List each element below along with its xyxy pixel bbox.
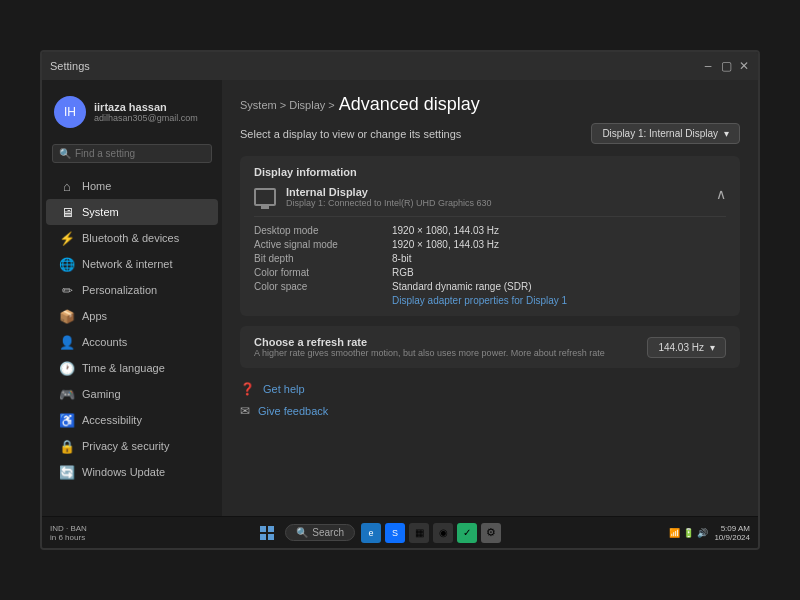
wifi-icon: 📶	[669, 528, 680, 538]
window-controls: – ▢ ✕	[702, 60, 750, 72]
field-val-2: 8-bit	[392, 253, 726, 264]
nav-item-time[interactable]: 🕐 Time & language	[46, 355, 218, 381]
windows-icon	[260, 526, 274, 540]
adapter-link-label	[254, 295, 384, 306]
link-help[interactable]: ❓ Get help	[240, 382, 740, 396]
nav-item-accounts[interactable]: 👤 Accounts	[46, 329, 218, 355]
locale-sub-label: in 6 hours	[50, 533, 87, 542]
adapter-link[interactable]: Display adapter properties for Display 1	[392, 295, 726, 306]
update-icon: 🔄	[60, 465, 74, 479]
minimize-button[interactable]: –	[702, 60, 714, 72]
taskbar-app-edge[interactable]: e	[361, 523, 381, 543]
clock: 5:09 AM 10/9/2024	[714, 524, 750, 542]
nav-item-apps[interactable]: 📦 Apps	[46, 303, 218, 329]
help-icon: ❓	[240, 382, 255, 396]
nav-item-network[interactable]: 🌐 Network & internet	[46, 251, 218, 277]
taskbar-search-icon: 🔍	[296, 527, 308, 538]
taskbar-app-2[interactable]: ◉	[433, 523, 453, 543]
network-icon: 🌐	[60, 257, 74, 271]
nav-item-system[interactable]: 🖥 System	[46, 199, 218, 225]
nav-item-gaming[interactable]: 🎮 Gaming	[46, 381, 218, 407]
display-select-row: Select a display to view or change its s…	[240, 123, 740, 144]
refresh-dropdown[interactable]: 144.03 Hz ▾	[647, 337, 726, 358]
avatar: IH	[54, 96, 86, 128]
nav-label-apps: Apps	[82, 310, 107, 322]
start-button[interactable]	[255, 521, 279, 545]
taskbar-left: IND · BAN in 6 hours	[50, 524, 87, 542]
field-val-0: 1920 × 1080, 144.03 Hz	[392, 225, 726, 236]
nav-label-system: System	[82, 206, 119, 218]
monitor-icon	[254, 188, 276, 206]
nav-item-bluetooth[interactable]: ⚡ Bluetooth & devices	[46, 225, 218, 251]
taskbar-app-icons: e S ▦ ◉ ✓ ⚙	[361, 523, 501, 543]
user-info: iirtaza hassan adilhasan305@gmail.com	[94, 101, 198, 123]
gaming-icon: 🎮	[60, 387, 74, 401]
links-section: ❓ Get help ✉ Give feedback	[240, 382, 740, 418]
nav-item-personalization[interactable]: ✏ Personalization	[46, 277, 218, 303]
accounts-icon: 👤	[60, 335, 74, 349]
nav-item-accessibility[interactable]: ♿ Accessibility	[46, 407, 218, 433]
bluetooth-icon: ⚡	[60, 231, 74, 245]
display-details: Internal Display Display 1: Connected to…	[286, 186, 492, 208]
volume-icon: 🔊	[697, 528, 708, 538]
personalization-icon: ✏	[60, 283, 74, 297]
user-section: IH iirtaza hassan adilhasan305@gmail.com	[42, 88, 222, 140]
display-info-row: Internal Display Display 1: Connected to…	[254, 186, 726, 217]
apps-icon: 📦	[60, 309, 74, 323]
nav-label-bluetooth: Bluetooth & devices	[82, 232, 179, 244]
nav-label-update: Windows Update	[82, 466, 165, 478]
nav-item-update[interactable]: 🔄 Windows Update	[46, 459, 218, 485]
display-info-section: Display information Internal Display Dis…	[240, 156, 740, 316]
refresh-value: 144.03 Hz	[658, 342, 704, 353]
main-content: System > Display > Advanced display Sele…	[222, 80, 758, 516]
display-info-grid: Desktop mode 1920 × 1080, 144.03 Hz Acti…	[254, 225, 726, 306]
user-name: iirtaza hassan	[94, 101, 198, 113]
time-display: 5:09 AM	[714, 524, 750, 533]
breadcrumb-path: System > Display >	[240, 99, 335, 111]
user-email: adilhasan305@gmail.com	[94, 113, 198, 123]
link-help-label: Get help	[263, 383, 305, 395]
taskbar-app-3[interactable]: ✓	[457, 523, 477, 543]
nav-label-privacy: Privacy & security	[82, 440, 169, 452]
refresh-chevron-icon: ▾	[710, 342, 715, 353]
search-box[interactable]: 🔍	[52, 144, 212, 163]
refresh-title: Choose a refresh rate	[254, 336, 605, 348]
field-key-2: Bit depth	[254, 253, 384, 264]
display-name: Internal Display	[286, 186, 492, 198]
collapse-button[interactable]: ∧	[716, 186, 726, 202]
close-button[interactable]: ✕	[738, 60, 750, 72]
home-icon: ⌂	[60, 179, 74, 193]
chevron-down-icon: ▾	[724, 128, 729, 139]
taskbar-app-settings[interactable]: ⚙	[481, 523, 501, 543]
svg-rect-1	[268, 526, 274, 532]
feedback-icon: ✉	[240, 404, 250, 418]
field-val-4: Standard dynamic range (SDR)	[392, 281, 726, 292]
taskbar-search[interactable]: 🔍 Search	[285, 524, 355, 541]
nav-item-privacy[interactable]: 🔒 Privacy & security	[46, 433, 218, 459]
maximize-button[interactable]: ▢	[720, 60, 732, 72]
nav-label-gaming: Gaming	[82, 388, 121, 400]
title-bar: Settings – ▢ ✕	[42, 52, 758, 80]
link-feedback[interactable]: ✉ Give feedback	[240, 404, 740, 418]
svg-rect-3	[268, 534, 274, 540]
field-key-3: Color format	[254, 267, 384, 278]
locale-section: IND · BAN in 6 hours	[50, 524, 87, 542]
locale-label: IND · BAN	[50, 524, 87, 533]
search-input[interactable]	[75, 148, 205, 159]
field-key-4: Color space	[254, 281, 384, 292]
display-dropdown[interactable]: Display 1: Internal Display ▾	[591, 123, 740, 144]
window-body: IH iirtaza hassan adilhasan305@gmail.com…	[42, 80, 758, 516]
nav-label-personalization: Personalization	[82, 284, 157, 296]
nav-item-home[interactable]: ⌂ Home	[46, 173, 218, 199]
date-display: 10/9/2024	[714, 533, 750, 542]
breadcrumb: System > Display > Advanced display	[240, 94, 740, 115]
page-title: Advanced display	[339, 94, 480, 115]
taskbar-app-store[interactable]: S	[385, 523, 405, 543]
display-select-label: Select a display to view or change its s…	[240, 128, 461, 140]
display-connected: Display 1: Connected to Intel(R) UHD Gra…	[286, 198, 492, 208]
taskbar-app-1[interactable]: ▦	[409, 523, 429, 543]
field-val-3: RGB	[392, 267, 726, 278]
search-icon: 🔍	[59, 148, 71, 159]
refresh-desc: A higher rate gives smoother motion, but…	[254, 348, 605, 358]
taskbar-right: 📶 🔋 🔊 5:09 AM 10/9/2024	[669, 524, 750, 542]
